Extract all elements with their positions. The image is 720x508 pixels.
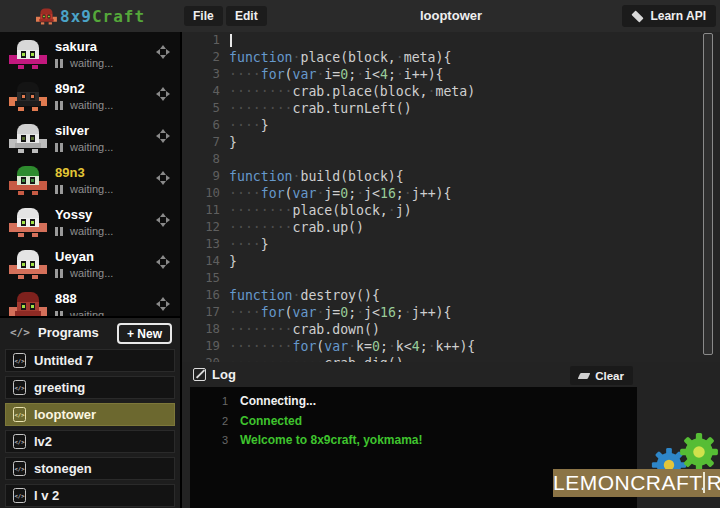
watermark-banner: LEMONCRAFT.RU (553, 469, 720, 497)
crab-icon-part (15, 269, 41, 274)
crab-icon-part (17, 208, 39, 218)
move-crab-icon[interactable] (156, 87, 170, 101)
code-token: · (404, 305, 412, 320)
crab-avatar (9, 40, 47, 69)
code-token: ···· (229, 305, 261, 320)
watermark-cursor-artifact (703, 472, 705, 493)
program-label: l v 2 (34, 488, 59, 503)
pause-icon (55, 143, 65, 152)
line-number: 8 (182, 151, 229, 168)
program-item[interactable]: </>greeting (5, 376, 175, 399)
crab-status: waiting... (55, 267, 113, 279)
crab-icon-part (21, 51, 26, 58)
program-item[interactable]: </>Untitled 7 (5, 349, 175, 372)
crab-icon-part (31, 221, 34, 224)
logo-crab-icon-slot (36, 2, 60, 31)
arrow-left (156, 133, 160, 139)
log-line: 1Connecting... (190, 392, 637, 412)
crab-icon-part (22, 263, 25, 266)
crab-icon-part (31, 53, 34, 56)
program-file-icon: </> (13, 380, 26, 395)
code-token: function (229, 288, 293, 303)
move-crab-icon[interactable] (156, 213, 170, 227)
code-token: ········ (229, 203, 293, 218)
crab-row[interactable]: 89n3waiting... (0, 160, 180, 202)
line-number: 11 (182, 202, 229, 219)
crab-info: 888waiting... (55, 291, 113, 316)
crab-row[interactable]: Ueyanwaiting... (0, 244, 180, 286)
code-token: · (396, 67, 404, 82)
crab-name: Yossy (55, 207, 113, 222)
program-item[interactable]: </>looptower (5, 403, 175, 426)
crab-icon-part (30, 219, 35, 226)
crab-row[interactable]: sakurawaiting... (0, 34, 180, 76)
code-token: var (293, 67, 317, 82)
code-token: ········ (229, 84, 293, 99)
code-text: function·build(block){ (229, 168, 404, 185)
crab-icon-part (32, 275, 38, 279)
program-item[interactable]: </>l v 2 (5, 484, 175, 507)
move-crab-icon[interactable] (156, 297, 170, 311)
gear-icon-green (678, 431, 720, 473)
crab-status-text: waiting... (70, 225, 113, 237)
pause-icon (55, 59, 65, 68)
crab-row[interactable]: 888waiting... (0, 286, 180, 316)
arrow-down (160, 223, 166, 227)
editor-scrollbar[interactable] (703, 33, 713, 355)
crab-icon-part (31, 137, 34, 140)
move-crab-icon[interactable] (156, 171, 170, 185)
line-number: 5 (182, 100, 229, 117)
code-token: crab.turnLeft() (293, 101, 412, 116)
program-item[interactable]: </>stonegen (5, 457, 175, 480)
crab-row[interactable]: 89n2waiting... (0, 76, 180, 118)
code-line: 6····} (182, 117, 720, 134)
app-window: 8x9 Craft File Edit looptower Learn API … (0, 0, 720, 508)
crab-icon-part (43, 15, 45, 17)
move-crab-icon[interactable] (156, 255, 170, 269)
crab-row[interactable]: Yossywaiting... (0, 202, 180, 244)
crab-avatar (9, 208, 47, 237)
code-line: 14} (182, 253, 720, 270)
code-token: 0 (340, 186, 348, 201)
pause-bar (55, 227, 58, 236)
arrow-down (160, 139, 166, 143)
code-token: ( (285, 67, 293, 82)
code-token: var (324, 339, 348, 354)
logo-text-8x9: 8x9 (60, 7, 92, 26)
crab-avatar (36, 8, 57, 24)
arrow-down (160, 265, 166, 269)
move-crab-icon[interactable] (156, 45, 170, 59)
crab-status-text: waiting... (70, 141, 113, 153)
crab-row[interactable]: silverwaiting... (0, 118, 180, 160)
log-title: Log (212, 367, 236, 382)
code-token: · (388, 203, 396, 218)
crab-status-text: waiting... (70, 267, 113, 279)
program-item[interactable]: </>lv2 (5, 430, 175, 453)
code-token: j++){ (412, 186, 452, 201)
move-crab-icon[interactable] (156, 129, 170, 143)
arrow-down (160, 55, 166, 59)
crab-avatar (9, 82, 47, 111)
crab-info: silverwaiting... (55, 123, 113, 153)
learn-api-button[interactable]: Learn API (622, 5, 716, 27)
crab-icon-part (41, 22, 44, 24)
crab-avatar (9, 292, 47, 316)
crab-name: 89n2 (55, 81, 113, 96)
clear-log-button[interactable]: Clear (570, 366, 633, 385)
code-token: j= (324, 305, 340, 320)
line-number: 10 (182, 185, 229, 202)
crab-name: Ueyan (55, 249, 113, 264)
code-token: } (261, 118, 269, 133)
programs-header: </> Programs + New (0, 318, 180, 348)
crab-icon-part (22, 221, 25, 224)
code-token: ; (348, 186, 356, 201)
code-editor[interactable]: 12function·place(block,·meta){3····for(v… (182, 32, 720, 362)
code-token: · (396, 50, 404, 65)
code-text: ····for(var·j=0;·j<16;·j++){ (229, 185, 451, 202)
crab-avatar (9, 166, 47, 195)
pause-bar (60, 269, 63, 278)
code-text: ············crab.dig() (229, 355, 404, 362)
sidebar: sakurawaiting...89n2waiting...silverwait… (0, 32, 182, 508)
new-program-button[interactable]: + New (117, 323, 172, 344)
arrow-right (166, 91, 170, 97)
